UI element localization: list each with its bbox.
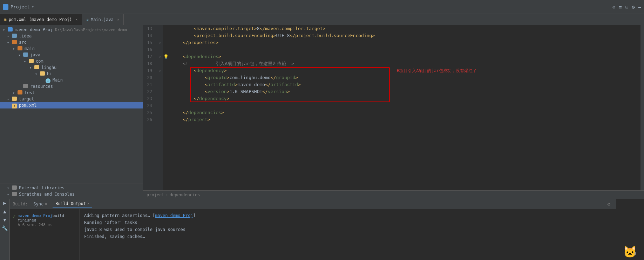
bottom-panel: ▶ ▲ ▼ 🔧 Build: Sync ✕ Build Output ✕ ⚙: [0, 199, 644, 260]
build-up-icon[interactable]: ▲: [3, 209, 6, 214]
left-action-bar: ▶ ▲ ▼ 🔧: [0, 199, 10, 260]
bulb-16: [163, 46, 169, 53]
sidebar: ▾ maven_demo_Proj D:\Java\JavaProjects\m…: [0, 25, 143, 199]
tab-pom-close[interactable]: ✕: [75, 17, 77, 21]
build-output-line-3: javac 8 was used to compile java sources: [84, 226, 612, 233]
build-down-icon[interactable]: ▼: [3, 217, 6, 223]
cat-mascot: 🐱: [623, 245, 637, 259]
tree-arrow-resources: [18, 85, 23, 89]
tree-label-java: java: [30, 52, 40, 57]
tree-item-main[interactable]: ▾ main: [0, 45, 143, 52]
folder-icon-src: [12, 40, 18, 45]
tree-label-target: target: [19, 97, 34, 101]
tree-arrow-main: ▾: [13, 47, 18, 51]
tree-item-src[interactable]: ▾ src: [0, 39, 143, 45]
bottom-content-area: ✓ maven_demo_Projbuild finished A 6 sec,…: [10, 209, 616, 260]
tree-arrow-main-java: [41, 78, 46, 82]
tree-item-root[interactable]: ▾ maven_demo_Proj D:\Java\JavaProjects\m…: [0, 27, 143, 33]
breadcrumb-project: project: [147, 192, 164, 197]
tree-item-target[interactable]: ▾ target: [0, 96, 143, 102]
build-status-text: maven_demo_Projbuild finished A 6 sec, 2…: [18, 213, 77, 227]
bulb-25: [163, 109, 169, 116]
tree-label-linghu: linghu: [41, 65, 56, 70]
fold-24: [157, 102, 163, 109]
tab-main-close[interactable]: ✕: [117, 17, 119, 21]
app-window: Project ▾ ⊕ ≡ ⊟ ⚙ — m pom.xml (maven_dem…: [0, 0, 644, 260]
bulb-18: [163, 60, 169, 67]
project-dropdown-arrow[interactable]: ▾: [32, 5, 34, 9]
folder-icon-hi: [40, 71, 46, 76]
code-editor: 13 14 15 16 17 18 19 20 21 22 23 24 25 2…: [143, 25, 644, 190]
tab-main-java[interactable]: ☕ Main.java ✕: [82, 14, 124, 25]
tree-item-ext-libraries[interactable]: ▾ External Libraries: [0, 185, 143, 191]
tab-pom-xml[interactable]: m pom.xml (maven_demo_Proj) ✕: [0, 14, 82, 25]
middle-section: ▾ maven_demo_Proj D:\Java\JavaProjects\m…: [0, 25, 644, 199]
editor-scrollbar[interactable]: [640, 25, 644, 190]
folder-icon-test: [18, 90, 23, 95]
tree-item-test[interactable]: ▾ test: [0, 90, 143, 96]
tree-item-idea[interactable]: ▾ .idea: [0, 33, 143, 39]
settings-gear-icon[interactable]: ⚙: [605, 201, 613, 207]
tree-arrow-src: ▾: [7, 41, 12, 44]
build-output-tab-label: Build Output: [55, 201, 86, 206]
bulb-14: [163, 32, 169, 39]
build-time: A 6 sec, 248 ms: [18, 223, 52, 227]
fold-17[interactable]: ▽: [157, 53, 163, 60]
code-line-24: [172, 102, 644, 109]
line-num-16: 16: [143, 46, 154, 53]
tree-item-hi[interactable]: ▾ hi: [0, 71, 143, 77]
build-wrench-icon[interactable]: 🔧: [2, 225, 8, 231]
tree-item-main-java[interactable]: ☕ Main: [0, 77, 143, 83]
bottom-tabs: Build: Sync ✕ Build Output ✕ ⚙: [10, 199, 616, 209]
line-num-22: 22: [143, 88, 154, 95]
code-content[interactable]: B项目引入A项目的jar包成功，没有爆红了 <maven.compiler.ta…: [169, 25, 644, 190]
build-output-tab-close[interactable]: ✕: [87, 202, 89, 205]
code-line-17: <dependencies>: [172, 53, 644, 60]
collapse-icon[interactable]: ⊟: [625, 4, 628, 10]
close-icon[interactable]: —: [638, 4, 641, 10]
bulb-26: [163, 116, 169, 123]
line-num-19: 19: [143, 67, 154, 74]
sync-tab-close[interactable]: ✕: [45, 202, 47, 206]
fold-19[interactable]: ▽: [157, 67, 163, 74]
tree-item-pom-xml[interactable]: m pom.xml: [0, 102, 143, 108]
tab-icon-java: ☕: [86, 17, 89, 22]
code-line-26: </project>: [172, 116, 644, 123]
fold-26: [157, 116, 163, 123]
title-bar-icons: ⊕ ≡ ⊟ ⚙ —: [612, 4, 641, 10]
code-line-25: </dependencies>: [172, 109, 644, 116]
build-output-area[interactable]: Adding pattern assertions… [maven_demo_P…: [80, 209, 616, 260]
mascot-area: 🐱: [616, 199, 644, 260]
tree-label-hi: hi: [47, 71, 52, 76]
fold-16: [157, 46, 163, 53]
fold-25: [157, 109, 163, 116]
tree-label-main: main: [25, 46, 35, 51]
tree-arrow-com: ▾: [24, 59, 29, 63]
bulb-icon-17[interactable]: 💡: [163, 54, 169, 59]
line-num-25: 25: [143, 109, 154, 116]
tree-item-com[interactable]: ▾ com: [0, 58, 143, 64]
title-bar-left: Project ▾: [3, 4, 73, 10]
settings-icon[interactable]: ⚙: [632, 4, 635, 10]
structure-icon[interactable]: ≡: [619, 4, 622, 10]
line-num-24: 24: [143, 102, 154, 109]
fold-15[interactable]: ▽: [157, 39, 163, 46]
folder-icon-linghu: [34, 65, 40, 70]
bottom-main: Build: Sync ✕ Build Output ✕ ⚙ ✓: [10, 199, 616, 260]
line-num-23: 23: [143, 95, 154, 102]
bottom-tab-build-output[interactable]: Build Output ✕: [53, 200, 92, 208]
tree-label-resources: resources: [30, 84, 53, 89]
tree-label-pom: pom.xml: [19, 103, 37, 108]
tree-item-linghu[interactable]: ▾ linghu: [0, 64, 143, 71]
sync-tab-label: Sync: [33, 202, 43, 206]
tree-item-java[interactable]: ▾ java: [0, 52, 143, 58]
tree-item-resources[interactable]: resources: [0, 83, 143, 90]
fold-22: [157, 88, 163, 95]
build-run-icon[interactable]: ▶: [3, 200, 6, 206]
bottom-tab-sync[interactable]: Sync ✕: [30, 200, 50, 208]
new-icon[interactable]: ⊕: [612, 4, 615, 10]
bulb-17[interactable]: 💡: [163, 53, 169, 60]
folder-icon-com: [29, 59, 34, 64]
build-link-1[interactable]: maven_demo_Proj: [155, 213, 193, 218]
tree-item-scratches[interactable]: ▾ Scratches and Consoles: [0, 191, 143, 197]
